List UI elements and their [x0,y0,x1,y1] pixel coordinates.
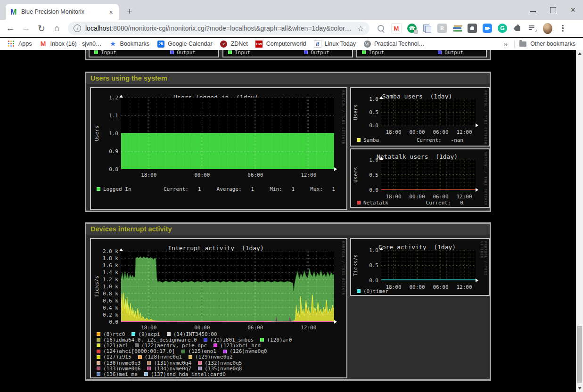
y-tick-label: 1.8 k [97,255,118,261]
legend-row: Logged InCurrent: 1 Average: 1 Min: 1 Ma… [97,186,343,192]
maximize-icon[interactable] [550,7,556,13]
y-tick-label: 1.0 [357,96,378,102]
graph-panel-samba-users[interactable]: Samba users (1day) Users RRDTOOL / TOBI … [350,87,490,147]
minimize-icon[interactable] [530,11,536,12]
home-icon[interactable]: ⌂ [52,23,62,33]
bookmark-apps[interactable]: Apps [8,40,32,48]
legend-swatch [223,350,227,353]
y-tick-label: 0.6 k [97,298,118,304]
grammarly-icon[interactable]: G [498,24,507,33]
other-bookmarks[interactable]: Other bookmarks [519,41,575,47]
graph-panel-partial[interactable]: Input Output [222,50,353,57]
scroll-down-icon[interactable] [578,387,582,390]
scroll-up-icon[interactable] [578,52,582,55]
bookmark-computerworld[interactable]: CWComputerworld [255,40,306,48]
y-tick-label: 1.0 k [97,284,118,290]
avatar[interactable] [543,24,552,33]
y-tick-label: 1.1 [97,113,118,119]
x-tick-label: 06:00 [247,325,263,331]
legend-swatch [97,332,100,336]
legend-swatch [97,355,100,359]
x-tick-label: 12:00 [456,129,472,135]
bookmarks-bar: Apps MInbox (16) - sjvn0… ★Bookmarks 28G… [0,38,583,50]
legend-item: (21)i801_smbus [204,337,254,343]
legend-row: (121)ar1(122)aerdrv, pcie-dpc(123)xhci_h… [97,343,343,348]
legend-swatch [97,372,100,376]
playlist-icon[interactable] [528,24,537,33]
legend-item: (8)rtc0 [97,331,125,337]
rrdtool-watermark: RRDTOOL / TOBI OETIKER [341,241,345,295]
graph-panel-netatalk-users[interactable]: Netatalk users (1day) Users RRDTOOL / TO… [350,148,490,208]
bookmarks-overflow-chevron[interactable]: » [504,40,508,48]
x-tick-label: 18:00 [386,129,401,135]
browser-toolbar: ← → ↻ ⌂ i localhost:8080/monitorix-cgi/m… [0,20,583,37]
r-icon[interactable]: R [437,24,447,33]
forward-icon[interactable]: → [21,23,31,33]
x-tick-label: 06:00 [433,194,448,200]
bookmark-google-calendar[interactable]: 28Google Calendar [157,40,213,48]
axis-arrow-right-icon [476,278,478,282]
legend-swatch [135,343,139,347]
tab-close-icon[interactable]: × [108,8,114,16]
y-tick-label: 1.0 [97,131,118,137]
extension-icons: M ☎ R G [376,23,567,33]
address-bar[interactable]: i localhost:8080/monitorix-cgi/monitorix… [68,22,370,35]
copy-icon[interactable] [422,24,432,33]
legend-row: (133)nvme0q6(134)nvme0q7(135)nvme0q8 [97,366,343,371]
zoom-icon[interactable] [483,24,492,33]
new-tab-button[interactable]: + [123,5,136,17]
graph-panel-core-activity[interactable]: Core activity (1day) Ticks/s RRDTOOL / T… [350,238,490,296]
bookmark-linux-today[interactable]: ltLinux Today [314,40,356,48]
reload-icon[interactable]: ↻ [36,23,47,34]
graph-panel-users-logged-in[interactable]: Users logged in (1day) Users RRDTOOL / T… [90,87,347,210]
plot-area [121,251,334,322]
scrollbar[interactable] [576,50,583,392]
graph-panel-partial[interactable]: Input Output [89,50,219,57]
window-controls: × [530,7,575,13]
graph-panel-partial[interactable]: Input Output [356,50,487,57]
legend-item: (126)nvme0q0 [223,348,267,354]
browser-tab[interactable]: M M Blue Precision Monitorix × [6,4,119,20]
legend-stats: Current: 1 Average: 1 Min: 1 Max: 1 [164,186,335,192]
keep-icon[interactable] [468,24,477,33]
rrdtool-watermark: RRDTOOL / TOBI OETIKER [484,152,487,206]
y-tick-label: 0.0 [357,278,378,284]
legend-swatch [167,332,171,336]
menu-icon[interactable] [558,24,567,33]
bookmark-practical-technology[interactable]: WPractical Technol… [363,40,425,48]
url-text[interactable]: localhost:8080/monitorix-cgi/monitorix.c… [85,24,353,32]
gmail-icon: M [40,40,47,48]
section-title: Devices interrupt activity [86,224,490,235]
gmail-icon[interactable]: M [391,23,402,33]
voice-icon[interactable]: ☎ [407,24,417,33]
bookmark-star-icon[interactable]: ☆ [357,24,364,33]
bookmark-inbox[interactable]: MInbox (16) - sjvn0… [40,40,102,48]
legend-swatch [138,355,142,359]
legend-item: Netatalk [357,200,388,206]
legend-row: SambaCurrent: -nan [357,137,485,143]
legend-item: (121)ar1 [97,343,128,349]
books-icon[interactable] [452,24,462,33]
x-tick-label: 18:00 [141,325,156,331]
back-icon[interactable]: ← [5,23,16,33]
bookmark-zdnet[interactable]: ZZDNet [220,40,248,48]
y-tick-label: 0.4 k [97,305,118,311]
x-tick-label: 00:00 [409,194,425,200]
legend-swatch [260,338,264,342]
legend-current-value: Current: 0 [426,200,463,206]
legend-swatch [97,350,100,353]
graph-panel-interrupt-activity[interactable]: Interrupt activity (1day) Ticks/s RRDTOO… [90,238,347,378]
legend-row: (124)ahci[0000:00:17.0](125)eno1(126)nvm… [97,349,343,354]
y-tick-label: 0.9 [97,148,118,155]
axis-arrow-up-icon [379,96,383,99]
axis-arrow-up-icon [379,157,383,160]
bookmark-bookmarks[interactable]: ★Bookmarks [109,40,150,48]
puzzle-icon[interactable] [513,24,522,33]
legend-row: (0)timer [357,288,485,294]
site-info-icon[interactable]: i [74,24,81,32]
legend-swatch [97,187,100,191]
search-icon[interactable] [376,24,386,33]
axis-arrow-up-icon [119,95,123,98]
scrollbar-thumb[interactable] [577,326,582,383]
window-close-icon[interactable]: × [570,7,575,13]
